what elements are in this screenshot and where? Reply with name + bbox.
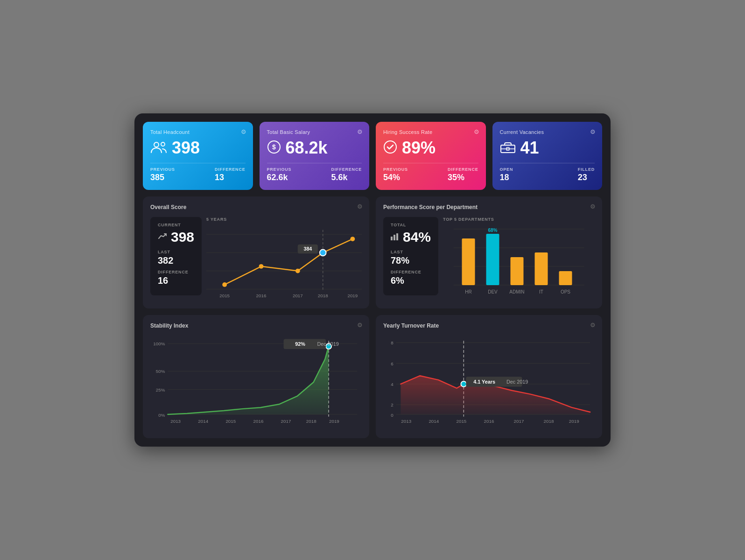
perf-panel-content: TOTAL 84% LAST 78% DIFFERENCE	[383, 217, 595, 301]
svg-point-0	[154, 142, 159, 147]
svg-point-14	[259, 264, 264, 269]
overall-score-gear[interactable]: ⚙	[357, 203, 363, 210]
kpi-vacancies-footer: OPEN 18 FILLED 23	[500, 163, 595, 182]
vacancies-icon	[500, 140, 516, 156]
kpi-hiring-previous: PREVIOUS 54%	[383, 167, 408, 182]
svg-point-4	[384, 141, 396, 153]
kpi-hiring-gear[interactable]: ⚙	[474, 128, 479, 135]
svg-text:2014: 2014	[198, 419, 208, 424]
overall-score-content: CURRENT 398 LAST 382 DIFFERENCE 16	[150, 217, 362, 301]
kpi-headcount-diff: DIFFERENCE 13	[215, 167, 246, 182]
diff-value: 16	[158, 275, 194, 286]
kpi-headcount-title: Total Headcount	[150, 129, 246, 135]
perf-last-label: LAST	[391, 250, 431, 254]
kpi-vacancies-main: 41	[500, 140, 595, 156]
svg-text:50%: 50%	[156, 369, 165, 374]
kpi-salary-footer: PREVIOUS 62.6k DIFFERENCE 5.6k	[267, 163, 362, 182]
turnover-title: Yearly Turnover Rate	[383, 322, 595, 329]
svg-text:HR: HR	[465, 289, 471, 294]
overall-score-chart: 5 YEARS	[206, 217, 362, 301]
svg-rect-33	[486, 234, 499, 285]
kpi-card-hiring: Hiring Success Rate ⚙ 89% PREVIOUS 54% D…	[376, 122, 486, 190]
kpi-headcount-previous: PREVIOUS 385	[150, 167, 175, 182]
diff-label: DIFFERENCE	[158, 270, 194, 274]
svg-text:2019: 2019	[329, 419, 339, 424]
overall-score-svg: 384 2015 2016 2017 2018 2019	[206, 224, 362, 299]
last-label: LAST	[158, 250, 194, 254]
dept-bar-svg: 68% HR DEV ADMIN IT OPS	[443, 224, 595, 299]
middle-chart-row: Overall Score ⚙ CURRENT 398 LAST	[143, 196, 602, 308]
svg-text:68%: 68%	[488, 228, 498, 233]
svg-text:2013: 2013	[401, 419, 411, 424]
perf-diff-label: DIFFERENCE	[391, 270, 431, 274]
svg-text:2015: 2015	[225, 419, 236, 424]
svg-text:8: 8	[391, 340, 394, 345]
svg-rect-37	[559, 271, 572, 285]
kpi-card-salary: Total Basic Salary ⚙ $ 68.2k PREVIOUS 62…	[260, 122, 370, 190]
stability-panel: Stability Index ⚙ 100% 50% 25% 0%	[143, 315, 369, 438]
svg-text:2018: 2018	[318, 293, 328, 298]
dept-bar-chart: TOP 5 DEPARTMENTS 68%	[443, 217, 595, 301]
kpi-headcount-gear[interactable]: ⚙	[241, 128, 246, 135]
svg-rect-35	[511, 257, 524, 285]
svg-text:0: 0	[391, 413, 394, 418]
svg-text:Dec 2019: Dec 2019	[506, 379, 528, 385]
kpi-salary-value: 68.2k	[286, 140, 328, 156]
svg-text:384: 384	[303, 246, 312, 252]
svg-point-76	[461, 381, 466, 387]
hiring-icon	[383, 140, 397, 156]
dashboard: Total Headcount ⚙ 398 PREVIOUS 385	[134, 113, 611, 447]
kpi-salary-diff: DIFFERENCE 5.6k	[331, 167, 362, 182]
kpi-hiring-footer: PREVIOUS 54% DIFFERENCE 35%	[383, 163, 478, 182]
svg-text:2014: 2014	[429, 419, 439, 424]
turnover-svg: 8 6 4 2 0	[383, 336, 595, 429]
kpi-vacancies-filled: FILLED 23	[578, 167, 595, 182]
svg-point-15	[295, 269, 300, 273]
kpi-card-headcount: Total Headcount ⚙ 398 PREVIOUS 385	[143, 122, 253, 190]
kpi-salary-previous: PREVIOUS 62.6k	[267, 167, 292, 182]
kpi-vacancies-value: 41	[520, 140, 539, 156]
turnover-panel: Yearly Turnover Rate ⚙ 8 6 4 2 0	[376, 315, 602, 438]
svg-text:6: 6	[391, 361, 394, 366]
perf-bar-icon	[391, 232, 400, 243]
kpi-vacancies-open: OPEN 18	[500, 167, 513, 182]
svg-text:2016: 2016	[256, 293, 267, 298]
svg-text:2018: 2018	[306, 419, 316, 424]
stability-svg: 100% 50% 25% 0%	[150, 336, 362, 429]
svg-marker-52	[168, 346, 329, 414]
kpi-headcount-main: 398	[150, 140, 246, 156]
svg-text:2018: 2018	[544, 419, 554, 424]
turnover-gear[interactable]: ⚙	[590, 322, 596, 329]
kpi-vacancies-gear[interactable]: ⚙	[590, 128, 596, 135]
score-trend-icon	[158, 232, 168, 243]
kpi-hiring-title: Hiring Success Rate	[383, 129, 478, 135]
bottom-chart-row: Stability Index ⚙ 100% 50% 25% 0%	[143, 315, 602, 438]
perf-last-value: 78%	[391, 255, 431, 266]
kpi-headcount-value: 398	[172, 140, 200, 156]
svg-text:2019: 2019	[569, 419, 579, 424]
svg-text:2: 2	[391, 402, 393, 407]
last-value: 382	[158, 255, 194, 266]
total-value: 84%	[403, 229, 431, 245]
svg-text:Dec 2019: Dec 2019	[317, 341, 338, 347]
current-label: CURRENT	[158, 223, 194, 227]
svg-text:2013: 2013	[170, 419, 181, 424]
salary-icon: $	[267, 140, 281, 156]
svg-text:100%: 100%	[153, 341, 165, 346]
kpi-vacancies-title: Current Vacancies	[500, 129, 595, 135]
svg-rect-26	[394, 235, 395, 240]
svg-point-16	[320, 250, 326, 256]
overall-score-title: Overall Score	[150, 204, 362, 210]
svg-point-17	[351, 237, 355, 241]
svg-rect-36	[535, 252, 548, 285]
kpi-salary-gear[interactable]: ⚙	[357, 128, 363, 135]
performance-gear[interactable]: ⚙	[590, 203, 596, 210]
overall-score-panel: Overall Score ⚙ CURRENT 398 LAST	[143, 196, 369, 308]
svg-text:4: 4	[391, 382, 394, 387]
stability-gear[interactable]: ⚙	[357, 322, 363, 329]
performance-score-panel: Performance Score per Department ⚙ TOTAL	[376, 196, 602, 308]
kpi-card-vacancies: Current Vacancies ⚙ 41 OPEN 18	[492, 122, 603, 190]
svg-text:2019: 2019	[348, 293, 358, 298]
svg-text:0%: 0%	[158, 413, 165, 418]
svg-rect-32	[462, 238, 475, 285]
